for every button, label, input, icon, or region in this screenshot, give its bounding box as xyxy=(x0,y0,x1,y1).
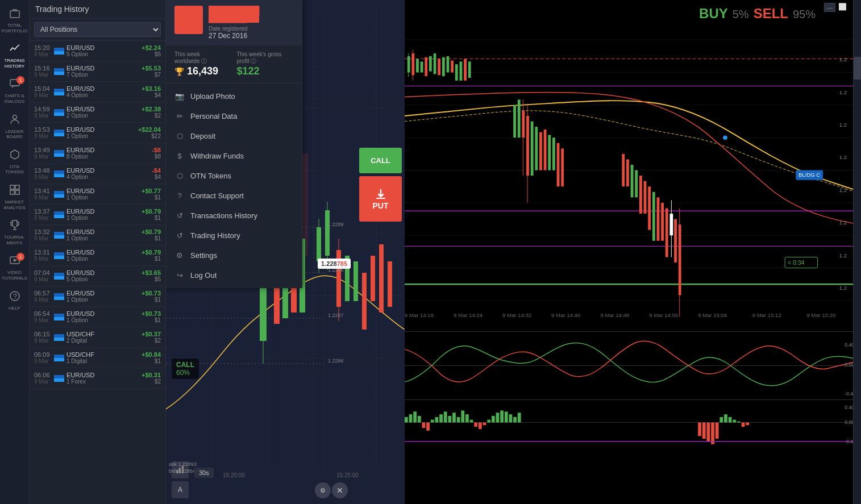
trade-item[interactable]: 06:57 9 Mar EUR/USD 1 Option +$0.73 $1 xyxy=(30,286,165,307)
svg-point-2 xyxy=(13,115,16,119)
sidebar-item-tournaments[interactable]: TOURNA-MENTS xyxy=(0,215,29,250)
dropdown-item-upload-photo[interactable]: 📷 Upload Photo xyxy=(166,86,302,106)
trade-info: EUR/USD 1 Option xyxy=(66,188,142,201)
position-filter-select[interactable]: All Positions Open Closed Pending xyxy=(34,22,161,37)
svg-rect-109 xyxy=(526,116,529,176)
minimize-btn[interactable]: — xyxy=(824,3,835,12)
sidebar-item-chats[interactable]: 1 CHATS & DIALOGS xyxy=(0,73,29,109)
trade-item[interactable]: 15:16 9 Mar EUR/USD 7 Option +$5.53 $7 xyxy=(30,61,165,82)
leaderboard-icon xyxy=(9,114,20,128)
text-tool-btn[interactable]: A xyxy=(172,481,189,498)
trade-list: 15:20 9 Mar EUR/USD 5 Option +$2.24 $5 1… xyxy=(30,41,165,504)
trade-item[interactable]: 13:32 9 Mar EUR/USD 1 Option +$0.79 $1 xyxy=(30,225,165,245)
sidebar-item-help[interactable]: ? HELP xyxy=(0,286,29,316)
trade-item[interactable]: 06:06 9 Mar EUR/USD 1 Forex +$0.31 $2 xyxy=(30,368,165,389)
sidebar-item-video-tutorials[interactable]: 1 VIDEO TUTORIALS xyxy=(0,250,29,285)
svg-rect-171 xyxy=(422,423,426,428)
dropdown-item-personal-data[interactable]: ✏ Personal Data xyxy=(166,106,302,126)
trade-item[interactable]: 13:31 9 Mar EUR/USD 1 Option +$0.79 $1 xyxy=(30,245,165,266)
dropdown-name: D████████ xyxy=(209,6,259,15)
buy-pct: 5% xyxy=(733,8,749,21)
right-scrollbar[interactable] xyxy=(853,0,861,504)
svg-rect-91 xyxy=(434,53,436,74)
price-tag: 1.228785 xyxy=(318,259,351,269)
trade-result: +$2.24 $5 xyxy=(142,44,161,57)
sidebar-item-portfolio[interactable]: TOTAL PORTFOLIO xyxy=(0,3,29,38)
deposit-icon: ⬡ xyxy=(174,132,185,140)
svg-text:BL/DG C: BL/DG C xyxy=(798,172,820,178)
trade-info: EUR/USD 1 Option xyxy=(66,310,142,323)
trade-info: EUR/USD 1 Forex xyxy=(66,372,142,385)
svg-text:9 Mar 14:40: 9 Mar 14:40 xyxy=(551,312,580,318)
put-button[interactable]: PUT xyxy=(359,176,402,222)
svg-text:9 Mar 14:24: 9 Mar 14:24 xyxy=(454,312,483,318)
trade-item[interactable]: 15:04 9 Mar EUR/USD 4 Option +$3.16 $4 xyxy=(30,82,165,102)
video-badge: 1 xyxy=(16,253,24,261)
dropdown-item-otn-tokens[interactable]: ⬡ OTN Tokens xyxy=(166,166,302,186)
trade-result: +$0.73 $1 xyxy=(142,310,161,323)
call-button[interactable]: CALL xyxy=(359,148,402,173)
put-icon xyxy=(374,188,388,201)
trade-item[interactable]: 13:49 9 Mar EUR/USD 8 Option -$8 $8 xyxy=(30,143,165,164)
tournaments-icon xyxy=(9,219,20,234)
scrollbar-thumb[interactable] xyxy=(854,57,861,80)
sidebar-item-trading-history[interactable]: TRADING HISTORY xyxy=(0,38,29,73)
svg-rect-180 xyxy=(461,410,464,422)
trade-item[interactable]: 06:09 9 Mar USD/CHF 1 Digital +$0.84 $1 xyxy=(30,348,165,368)
sidebar-item-market-analysis[interactable]: MARKET ANALYSIS xyxy=(0,180,29,215)
currency-flag xyxy=(54,334,64,341)
trade-info: EUR/USD 5 Option xyxy=(66,269,142,282)
svg-rect-197 xyxy=(711,423,714,444)
dropdown-item-withdraw[interactable]: $ Withdraw Funds xyxy=(166,146,302,166)
svg-rect-192 xyxy=(513,417,517,423)
currency-flag xyxy=(54,130,64,136)
svg-text:15:20:00: 15:20:00 xyxy=(223,472,245,478)
currency-flag xyxy=(54,314,64,320)
dropdown-items: 📷 Upload Photo ✏ Personal Data ⬡ Deposit… xyxy=(166,84,302,288)
dropdown-item-transactions[interactable]: ↺ Transactions History xyxy=(166,206,302,226)
trade-result: +$22.04 $22 xyxy=(138,126,161,139)
chart-type-btn[interactable] xyxy=(172,461,189,478)
dropdown-menu: D████████ ████████ Date registered 27 De… xyxy=(166,0,302,288)
trade-item[interactable]: 13:48 9 Mar EUR/USD 4 Option -$4 $4 xyxy=(30,164,165,184)
svg-rect-183 xyxy=(474,423,477,427)
dropdown-item-contact-support[interactable]: ? Contact Support xyxy=(166,186,302,206)
chart-settings-btn[interactable]: ⚙ xyxy=(315,482,331,498)
trading-panel-header: Trading History xyxy=(30,0,165,19)
trade-item[interactable]: 13:41 9 Mar EUR/USD 1 Option +$0.77 $1 xyxy=(30,184,165,205)
dropdown-item-settings[interactable]: ⚙ Settings xyxy=(166,245,302,265)
currency-flag xyxy=(54,191,64,198)
chart-close-btn[interactable]: ✕ xyxy=(332,482,348,498)
sidebar-item-leaderboard[interactable]: LEADER BOARD xyxy=(0,109,29,144)
maximize-btn[interactable]: ⬜ xyxy=(838,3,850,12)
dropdown-item-trading-history[interactable]: ↺ Trading History xyxy=(166,226,302,245)
trade-item[interactable]: 13:37 9 Mar EUR/USD 1 Option +$0.79 $1 xyxy=(30,205,165,225)
dropdown-item-deposit[interactable]: ⬡ Deposit xyxy=(166,126,302,146)
trade-item[interactable]: 15:20 9 Mar EUR/USD 5 Option +$2.24 $5 xyxy=(30,41,165,61)
svg-text:1.2: 1.2 xyxy=(839,219,847,226)
trade-result: +$0.79 $1 xyxy=(142,208,161,221)
trade-item[interactable]: 06:15 9 Mar USD/CHF 2 Digital +$0.37 $2 xyxy=(30,327,165,348)
dropdown-date-label: Date registered xyxy=(209,26,259,32)
svg-rect-88 xyxy=(421,61,423,72)
trade-item[interactable]: 13:53 9 Mar EUR/USD 1 Option +$22.04 $22 xyxy=(30,123,165,143)
currency-flag xyxy=(54,89,64,95)
personal-data-icon: ✏ xyxy=(174,112,185,120)
trade-item[interactable]: 14:59 9 Mar EUR/USD 2 Option +$2.38 $2 xyxy=(30,102,165,123)
right-chart-svg: BL/DG C < 0:34 9 Mar 14:16 9 Mar 14:24 9… xyxy=(405,0,861,330)
dropdown-item-logout[interactable]: ↪ Log Out xyxy=(166,265,302,285)
trade-result: +$0.77 $1 xyxy=(142,188,161,201)
help-icon: ? xyxy=(9,290,20,305)
svg-text:9 Mar 14:32: 9 Mar 14:32 xyxy=(502,312,531,318)
trade-item[interactable]: 06:54 9 Mar EUR/USD 1 Option +$0.73 $1 xyxy=(30,307,165,327)
left-chart: D████████ ████████ Date registered 27 De… xyxy=(166,0,405,504)
svg-rect-92 xyxy=(438,59,440,76)
dropdown-header: D████████ ████████ Date registered 27 De… xyxy=(166,0,302,45)
svg-text:9 Mar 14:48: 9 Mar 14:48 xyxy=(600,312,629,318)
svg-rect-131 xyxy=(670,214,673,235)
svg-rect-174 xyxy=(435,417,439,423)
sidebar-item-otn[interactable]: OTN TOKENS xyxy=(0,144,29,180)
svg-rect-189 xyxy=(500,410,504,422)
svg-rect-186 xyxy=(487,420,490,423)
trade-item[interactable]: 07:04 9 Mar EUR/USD 5 Option +$3.65 $5 xyxy=(30,266,165,286)
